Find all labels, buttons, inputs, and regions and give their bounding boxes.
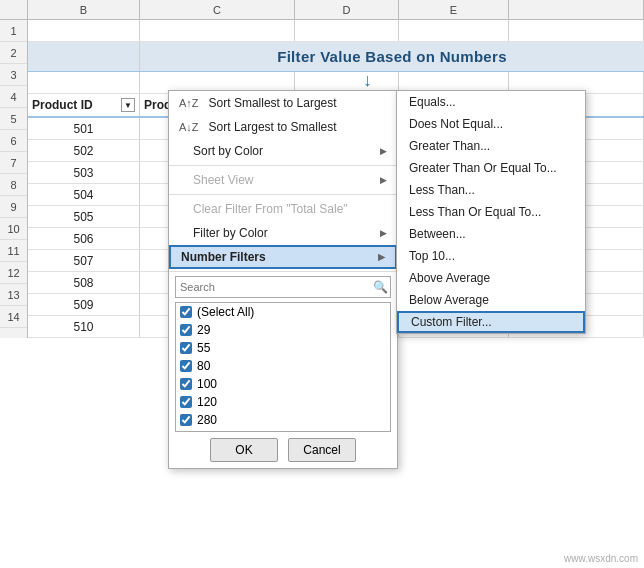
- submenu-top10[interactable]: Top 10...: [397, 245, 585, 267]
- td-pid-5: 505: [28, 206, 140, 227]
- number-filters-submenu[interactable]: Equals... Does Not Equal... Greater Than…: [396, 90, 586, 334]
- menu-sort-asc[interactable]: A↑Z Sort Smallest to Largest: [169, 91, 397, 115]
- r3-b: [28, 72, 140, 93]
- title-row: Filter Value Based on Numbers: [28, 42, 644, 72]
- menu-sort-desc[interactable]: A↓Z Sort Largest to Smallest: [169, 115, 397, 139]
- filter-dropdown[interactable]: A↑Z Sort Smallest to Largest A↓Z Sort La…: [168, 90, 398, 469]
- col-header-c: C: [140, 0, 295, 19]
- checkbox-120[interactable]: 120: [176, 393, 390, 411]
- row-numbers: 1 2 3 4 5 6 7 8 9 10 11 12 13 14: [0, 20, 28, 338]
- col-header-row: [0, 0, 28, 19]
- checkbox-list[interactable]: (Select All) 29 55 80 100 120: [175, 302, 391, 432]
- r1-b: [28, 20, 140, 41]
- menu-sort-color[interactable]: Sort by Color: [169, 139, 397, 163]
- cb-80[interactable]: [180, 360, 192, 372]
- td-pid-1: 501: [28, 118, 140, 139]
- ok-button[interactable]: OK: [210, 438, 278, 462]
- cb-55[interactable]: [180, 342, 192, 354]
- row-num-3: 3: [0, 64, 27, 86]
- divider-2: [169, 194, 397, 195]
- td-pid-7: 507: [28, 250, 140, 271]
- search-icon: 🔍: [370, 280, 390, 294]
- page-title: Filter Value Based on Numbers: [277, 48, 507, 65]
- checkbox-100[interactable]: 100: [176, 375, 390, 393]
- row-num-9: 9: [0, 196, 27, 218]
- row-num-10: 10: [0, 218, 27, 240]
- submenu-less-than-equal[interactable]: Less Than Or Equal To...: [397, 201, 585, 223]
- row-num-1: 1: [0, 20, 27, 42]
- divider-1: [169, 165, 397, 166]
- r1-rest: [509, 20, 644, 41]
- row-num-6: 6: [0, 130, 27, 152]
- filter-btn-product-id[interactable]: ▼: [121, 98, 135, 112]
- col-header-d: D: [295, 0, 399, 19]
- td-pid-8: 508: [28, 272, 140, 293]
- col-header-b: B: [28, 0, 140, 19]
- th-product-id: Product ID ▼: [28, 94, 140, 116]
- btn-row: OK Cancel: [169, 432, 397, 468]
- menu-filter-color[interactable]: Filter by Color: [169, 221, 397, 245]
- cancel-button[interactable]: Cancel: [288, 438, 356, 462]
- column-headers: B C D E: [0, 0, 644, 20]
- submenu-not-equal[interactable]: Does Not Equal...: [397, 113, 585, 135]
- checkbox-80[interactable]: 80: [176, 357, 390, 375]
- cb-29[interactable]: [180, 324, 192, 336]
- checkbox-55[interactable]: 55: [176, 339, 390, 357]
- row-num-14: 14: [0, 306, 27, 328]
- row-num-11: 11: [0, 240, 27, 262]
- r1-c: [140, 20, 295, 41]
- checkbox-29[interactable]: 29: [176, 321, 390, 339]
- row-num-8: 8: [0, 174, 27, 196]
- row-num-5: 5: [0, 108, 27, 130]
- td-pid-4: 504: [28, 184, 140, 205]
- menu-clear-filter: Clear Filter From "Total Sale": [169, 197, 397, 221]
- submenu-equals[interactable]: Equals...: [397, 91, 585, 113]
- submenu-between[interactable]: Between...: [397, 223, 585, 245]
- r1-d: [295, 20, 399, 41]
- sort-asc-icon: A↑Z: [179, 97, 199, 109]
- menu-number-filters[interactable]: Number Filters: [169, 245, 397, 269]
- spreadsheet: B C D E 1 2 3 4 5 6 7 8 9 10 11 12 13 14: [0, 0, 644, 568]
- row-num-7: 7: [0, 152, 27, 174]
- td-pid-10: 510: [28, 316, 140, 337]
- checkbox-280[interactable]: 280: [176, 411, 390, 429]
- submenu-below-avg[interactable]: Below Average: [397, 289, 585, 311]
- watermark: www.wsxdn.com: [564, 553, 638, 564]
- td-pid-2: 502: [28, 140, 140, 161]
- cb-280[interactable]: [180, 414, 192, 426]
- row-num-4: 4: [0, 86, 27, 108]
- cb-select-all[interactable]: [180, 306, 192, 318]
- row-num-12: 12: [0, 262, 27, 284]
- search-box[interactable]: 🔍: [175, 276, 391, 298]
- cb-120[interactable]: [180, 396, 192, 408]
- menu-sheet-view: Sheet View: [169, 168, 397, 192]
- submenu-greater-than[interactable]: Greater Than...: [397, 135, 585, 157]
- checkbox-select-all[interactable]: (Select All): [176, 303, 390, 321]
- td-pid-3: 503: [28, 162, 140, 183]
- search-input[interactable]: [176, 281, 370, 293]
- col-header-e: E: [399, 0, 509, 19]
- submenu-greater-than-equal[interactable]: Greater Than Or Equal To...: [397, 157, 585, 179]
- row-1: [28, 20, 644, 42]
- r1-e: [399, 20, 509, 41]
- cb-100[interactable]: [180, 378, 192, 390]
- checkbox-312[interactable]: 312: [176, 429, 390, 432]
- sort-desc-icon: A↓Z: [179, 121, 199, 133]
- row-num-2: 2: [0, 42, 27, 64]
- submenu-above-avg[interactable]: Above Average: [397, 267, 585, 289]
- col-header-rest: [509, 0, 644, 19]
- submenu-less-than[interactable]: Less Than...: [397, 179, 585, 201]
- divider-3: [169, 271, 397, 272]
- row-num-13: 13: [0, 284, 27, 306]
- submenu-custom-filter[interactable]: Custom Filter...: [397, 311, 585, 333]
- td-pid-6: 506: [28, 228, 140, 249]
- arrow-indicator: ↓: [363, 70, 372, 91]
- td-pid-9: 509: [28, 294, 140, 315]
